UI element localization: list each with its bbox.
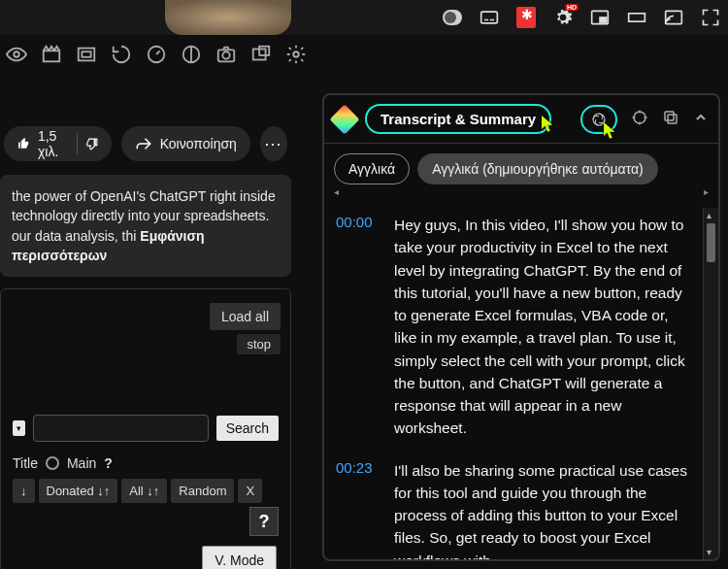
transcript-text: I'll also be sharing some practical use … (394, 459, 691, 560)
share-icon (135, 135, 152, 152)
timestamp-link[interactable]: 00:23 (336, 459, 381, 560)
random-chip[interactable]: Random (171, 479, 234, 503)
transcript-text: Hey guys, In this video, I'll show you h… (394, 214, 691, 440)
target-icon[interactable] (631, 109, 648, 130)
sort-chip[interactable]: ↓ (13, 479, 35, 503)
load-all-button[interactable]: Load all (210, 303, 281, 330)
svg-rect-2 (600, 17, 607, 22)
svg-point-16 (593, 114, 605, 125)
svg-rect-7 (79, 49, 95, 61)
language-row: Αγγλικά Αγγλικά (δημιουργήθηκε αυτόματα) (324, 144, 718, 190)
svg-rect-8 (82, 51, 90, 57)
adjust-icon[interactable] (181, 44, 202, 65)
more-actions-button[interactable]: ⋯ (260, 126, 287, 161)
comments-panel: Load all stop ▾ Search Title Main ? ↓ Do… (0, 288, 291, 569)
collapse-icon[interactable] (693, 110, 709, 129)
popup-icon[interactable] (250, 44, 272, 65)
main-radio[interactable] (46, 456, 59, 470)
main-label: Main (67, 455, 96, 471)
toggle-icon[interactable] (443, 8, 462, 27)
svg-point-5 (14, 51, 19, 57)
timestamp-link[interactable]: 00:00 (336, 214, 381, 440)
search-button[interactable]: Search (216, 416, 279, 441)
clapper-icon[interactable] (41, 44, 62, 65)
x-chip[interactable]: X (238, 479, 262, 503)
svg-point-12 (222, 51, 229, 58)
scroll-right-icon[interactable]: ▸ (704, 186, 709, 197)
panel-header: Transcript & Summary (324, 95, 718, 144)
description-text-1: the power of OpenAI's ChatGPT right insi… (12, 188, 276, 204)
svg-rect-19 (665, 112, 674, 120)
speed-icon[interactable] (146, 44, 167, 65)
vmode-button[interactable]: V. Mode (202, 546, 277, 569)
settings-icon[interactable]: HD (553, 8, 573, 27)
eye-icon[interactable] (6, 44, 27, 65)
extension-logo-icon (329, 104, 359, 134)
donated-chip[interactable]: Donated ↓↑ (39, 479, 118, 503)
system-topbar: HD (0, 0, 728, 35)
horizontal-scrollbar[interactable]: ◂ ▸ (334, 190, 709, 200)
ellipsis-icon: ⋯ (264, 133, 283, 154)
panel-title: Transcript & Summary (381, 111, 536, 127)
search-filter-select[interactable]: ▾ (13, 420, 25, 436)
help-button[interactable]: ? (249, 507, 279, 536)
subtitles-icon[interactable] (480, 8, 499, 27)
svg-rect-6 (44, 50, 60, 61)
thumbs-up-icon (17, 135, 30, 152)
svg-rect-14 (259, 47, 269, 55)
engagement-row: 1,5 χιλ. Κοινοποίηση ⋯ (0, 126, 291, 175)
like-count: 1,5 χιλ. (38, 128, 69, 159)
like-pill[interactable]: 1,5 χιλ. (4, 126, 112, 161)
title-label: Title (13, 455, 38, 471)
share-label: Κοινοποίηση (160, 136, 237, 151)
fullscreen-icon[interactable] (701, 8, 720, 27)
svg-point-15 (293, 51, 299, 57)
thumbs-down-icon[interactable] (85, 135, 98, 152)
help-small[interactable]: ? (104, 455, 113, 471)
svg-point-17 (634, 112, 645, 123)
all-chip[interactable]: All ↓↑ (121, 479, 167, 503)
copy-icon[interactable] (662, 109, 679, 130)
svg-rect-3 (629, 14, 645, 21)
frame-icon[interactable] (76, 44, 97, 65)
camera-icon[interactable] (215, 44, 237, 65)
ai-summary-button[interactable] (580, 105, 617, 134)
vertical-scrollbar[interactable]: ▴ ▾ (703, 208, 718, 559)
scroll-up-icon[interactable]: ▴ (707, 210, 711, 220)
transcript-content: 00:00 Hey guys, In this video, I'll show… (324, 208, 703, 559)
svg-rect-18 (668, 115, 677, 123)
transcript-entry[interactable]: 00:00 Hey guys, In this video, I'll show… (336, 214, 691, 440)
description-text-2: technology directly into your spreadshee… (12, 208, 269, 223)
video-description[interactable]: the power of OpenAI's ChatGPT right insi… (0, 175, 291, 277)
transcript-panel: Transcript & Summary Αγγλικά Αγγλικά (δη… (322, 93, 720, 561)
description-text-3: our data analysis, thi (12, 228, 140, 244)
lang-chip-en-auto[interactable]: Αγγλικά (δημιουργήθηκε αυτόματα) (417, 153, 658, 184)
openai-icon (590, 111, 608, 128)
stop-button[interactable]: stop (237, 334, 281, 354)
lang-chip-en[interactable]: Αγγλικά (334, 153, 410, 184)
scroll-down-icon[interactable]: ▾ (707, 547, 711, 557)
theater-icon[interactable] (627, 8, 646, 27)
search-input[interactable] (33, 415, 209, 442)
rotate-icon[interactable] (111, 44, 132, 65)
scroll-left-icon[interactable]: ◂ (334, 186, 339, 197)
pip-icon[interactable] (590, 8, 610, 27)
scrollbar-thumb[interactable] (707, 223, 715, 262)
extension-toolbar (0, 35, 728, 74)
transcript-summary-tab[interactable]: Transcript & Summary (365, 104, 551, 134)
share-button[interactable]: Κοινοποίηση (121, 126, 250, 161)
cast-icon[interactable] (664, 8, 683, 27)
brightness-ext-icon[interactable] (516, 8, 536, 27)
transcript-entry[interactable]: 00:23 I'll also be sharing some practica… (336, 459, 691, 560)
gear-icon[interactable] (285, 44, 307, 65)
svg-rect-0 (481, 12, 498, 23)
hd-badge: HD (565, 4, 579, 11)
cursor-icon (542, 116, 555, 133)
